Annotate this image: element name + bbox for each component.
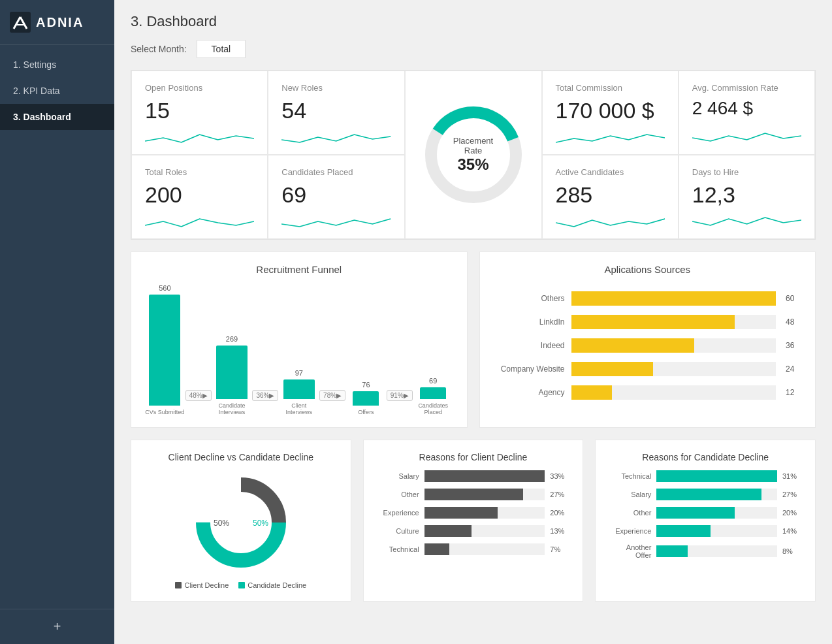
kpi-active-candidates-value: 285	[556, 182, 665, 208]
kpi-total-commission-label: Total Commission	[556, 83, 665, 93]
rcd-other-fill	[656, 507, 735, 519]
sparkline-active-candidates	[556, 212, 665, 232]
rcd-experience-track	[656, 525, 777, 537]
rcd-experience: Experience 14%	[609, 525, 802, 537]
funnel-label-3: Offers	[358, 409, 374, 415]
funnel-val-1: 269	[226, 335, 238, 343]
kpi-total-roles-label: Total Roles	[145, 167, 254, 177]
hbar-agency-fill	[571, 385, 613, 400]
month-filter-button[interactable]: Total	[197, 40, 246, 58]
sidebar-item-kpi[interactable]: 2. KPI Data	[0, 78, 114, 104]
kpi-new-roles-value: 54	[281, 98, 391, 123]
hbar-indeed: Indeed 36	[493, 338, 803, 353]
rc-other-fill	[424, 489, 523, 500]
sidebar-item-settings[interactable]: 1. Settings	[0, 52, 114, 78]
funnel-val-2: 97	[295, 369, 303, 377]
reasons-candidate-chart: Technical 31% Salary 27% Other	[609, 470, 802, 559]
funnel-val-4: 69	[429, 377, 437, 385]
rc-other-pct: 27%	[550, 491, 569, 498]
rcd-salary-track	[656, 489, 777, 500]
rc-experience-label: Experience	[377, 509, 419, 517]
hbar-indeed-fill	[571, 338, 694, 353]
kpi-avg-commission: Avg. Commission Rate 2 464 $	[679, 71, 815, 155]
kpi-total-roles: Total Roles 200	[131, 155, 268, 239]
rcd-other-pct: 20%	[782, 509, 802, 517]
hbar-company-website-track	[571, 362, 776, 376]
reasons-client-title: Reasons for Client Decline	[377, 452, 570, 462]
donut-label: Placement Rate 35%	[445, 136, 501, 174]
reasons-candidate-title: Reasons for Candidate Decline	[609, 452, 802, 462]
rc-other-track	[424, 489, 545, 500]
main-content: 3. Dashboard Select Month: Total Open Po…	[114, 0, 832, 644]
rcd-another-offer: Another Offer 8%	[609, 543, 802, 559]
app-sources-chart: Others 60 LinkdIn 48 Indeed	[493, 285, 803, 415]
kpi-open-positions-label: Open Positions	[145, 83, 254, 93]
rc-culture-track	[424, 525, 545, 537]
decline-donut-container: 50% 50%	[144, 470, 338, 575]
funnel-label-1: Candidate Interviews	[212, 402, 253, 415]
hbar-company-website-value: 24	[786, 364, 802, 374]
decline-donut-title: Client Decline vs Candidate Decline	[144, 452, 338, 462]
sidebar-item-dashboard[interactable]: 3. Dashboard	[0, 104, 114, 130]
hbar-others-track	[571, 291, 776, 306]
placement-rate-label: Placement Rate	[445, 136, 501, 155]
funnel-val-3: 76	[362, 381, 370, 389]
add-button[interactable]: +	[0, 609, 114, 644]
rc-salary-fill	[424, 470, 545, 482]
sparkline-commission	[556, 128, 665, 148]
kpi-active-candidates: Active Candidates 285	[542, 155, 679, 239]
kpi-total-commission-value: 170 000 $	[556, 98, 665, 123]
rc-experience-pct: 20%	[550, 509, 569, 517]
svg-text:50%: 50%	[253, 519, 268, 528]
filter-label: Select Month:	[131, 44, 187, 54]
hbar-linkedin-track	[571, 315, 776, 329]
funnel-arrow-2: 36%▶	[252, 390, 278, 401]
rc-experience: Experience 20%	[377, 507, 570, 519]
legend-candidate-decline: Candidate Decline	[238, 581, 306, 589]
sidebar-nav: 1. Settings 2. KPI Data 3. Dashboard	[0, 45, 114, 609]
rcd-experience-fill	[656, 525, 711, 537]
reasons-candidate-card: Reasons for Candidate Decline Technical …	[595, 440, 816, 602]
funnel-label-4: Candidates Placed	[413, 402, 454, 415]
legend-client-label: Client Decline	[184, 581, 229, 589]
sparkline-avg-commission	[692, 128, 801, 148]
rcd-other-track	[656, 507, 777, 519]
hbar-linkedin-value: 48	[786, 317, 802, 327]
rc-salary-track	[424, 470, 545, 482]
kpi-avg-commission-label: Avg. Commission Rate	[692, 83, 801, 93]
funnel-card: Recruitment Funnel 560 CVs Submitted 48%…	[131, 251, 468, 428]
rcd-salary: Salary 27%	[609, 489, 802, 500]
decline-donut-svg: 50% 50%	[189, 470, 293, 575]
donut-chart: Placement Rate 35%	[418, 99, 529, 210]
legend-candidate-dot	[238, 582, 245, 588]
rc-experience-track	[424, 507, 545, 519]
rcd-experience-label: Experience	[609, 527, 651, 535]
rc-other-label: Other	[377, 491, 419, 498]
legend-client-dot	[175, 582, 182, 588]
decline-donut-card: Client Decline vs Candidate Decline 50% …	[131, 440, 351, 602]
rc-culture-pct: 13%	[550, 527, 569, 535]
logo-text: ADNIA	[36, 15, 84, 30]
rcd-technical-pct: 31%	[782, 472, 802, 480]
rcd-technical: Technical 31%	[609, 470, 802, 482]
hbar-indeed-track	[571, 338, 776, 353]
funnel-arrow-1: 48%▶	[185, 390, 212, 401]
funnel-arrow-3: 78%▶	[319, 390, 345, 401]
funnel-label-2: Client Interviews	[278, 402, 319, 415]
reasons-client-chart: Salary 33% Other 27% Experience	[377, 470, 570, 555]
kpi-open-positions-value: 15	[145, 98, 254, 123]
sparkline-total-roles	[145, 212, 254, 232]
hbar-linkedin-fill	[571, 315, 735, 329]
sparkline-candidates-placed	[281, 212, 391, 232]
app-sources-title: Aplications Sources	[493, 264, 803, 275]
hbar-linkedin: LinkdIn 48	[493, 315, 803, 329]
rcd-salary-pct: 27%	[782, 491, 802, 498]
sidebar: ADNIA 1. Settings 2. KPI Data 3. Dashboa…	[0, 0, 114, 644]
kpi-grid: Open Positions 15 New Roles 54 Placement	[131, 70, 816, 240]
funnel-arrow-4: 91%▶	[387, 390, 413, 401]
rc-culture-fill	[424, 525, 472, 537]
rcd-another-offer-track	[656, 545, 777, 557]
rcd-salary-fill	[656, 489, 761, 500]
rc-other: Other 27%	[377, 489, 570, 500]
rc-experience-fill	[424, 507, 498, 519]
